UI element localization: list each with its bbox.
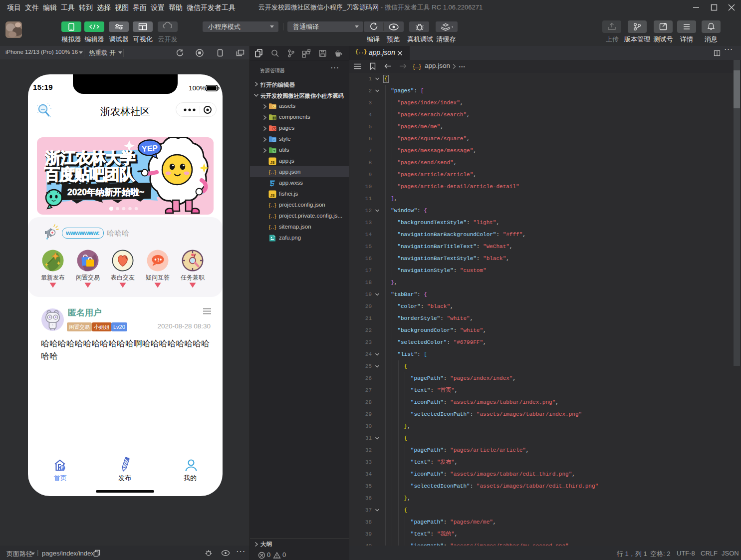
svg-text:{..}: {..} (269, 202, 276, 208)
svg-text:{..}: {..} (269, 213, 276, 219)
svg-text:YEP: YEP (142, 144, 158, 153)
svg-text:2020年纳新开始啦~: 2020年纳新开始啦~ (67, 187, 144, 197)
svg-text:{..}: {..} (413, 63, 421, 70)
svg-text:JS: JS (270, 193, 274, 197)
svg-text:浙江农林大学: 浙江农林大学 (45, 149, 135, 167)
svg-text:{..}: {..} (269, 169, 276, 175)
svg-text:百度贴吧团队: 百度贴吧团队 (44, 166, 135, 183)
svg-text:JS: JS (270, 160, 274, 164)
svg-text:{..}: {..} (269, 224, 276, 230)
